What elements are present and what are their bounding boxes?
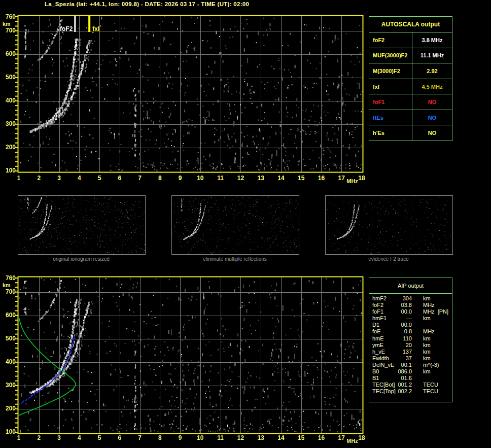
autoscala-row-label: foF2: [369, 32, 412, 48]
aip-row-unit: km: [412, 368, 452, 375]
aip-row: TEC[Bot]001.2TECU: [369, 382, 452, 388]
aip-row: hmE110km: [369, 335, 452, 342]
aip-row-value: ---: [397, 315, 412, 322]
autoscala-screen: La_Spezia (lat: +44.1, lon: 009.8) - DAT…: [0, 0, 491, 448]
page-title: La_Spezia (lat: +44.1, lon: 009.8) - DAT…: [45, 1, 249, 7]
y-tick-label: 500: [2, 74, 16, 81]
x-tick-label: 16: [315, 435, 327, 441]
x-tick-label: 8: [154, 435, 166, 441]
aip-row-value: 37: [397, 355, 412, 362]
x-tick-label: 14: [275, 435, 287, 441]
autoscala-output-panel: AUTOSCALA output foF23.8 MHzMUF(3000)F21…: [369, 16, 452, 141]
thumbnail-eliminate-reflections: [171, 195, 299, 255]
y-axis-unit-label: km: [3, 282, 11, 288]
aip-row-value: 0.8: [397, 328, 412, 335]
autoscala-row-value: 2.92: [412, 63, 452, 79]
thumbnail-caption-eliminate: eliminate multiple reflections: [171, 256, 298, 262]
x-tick-label: 5: [93, 175, 106, 182]
autoscala-row: foF1NO: [369, 94, 452, 110]
aip-row-unit: km: [412, 295, 452, 302]
autoscala-row: MUF(3000)F211.1 MHz: [369, 48, 452, 64]
aip-row-label: foE: [372, 328, 397, 335]
x-tick-label: 11: [215, 435, 227, 441]
x-tick-label: 6: [114, 435, 126, 441]
ionogram-aip-plot: [14, 275, 365, 435]
aip-row-unit: km: [412, 342, 452, 349]
x-tick-label: 1: [13, 435, 25, 441]
x-tick-label: 3: [53, 435, 65, 441]
aip-row-unit: km: [412, 315, 452, 322]
aip-row-unit: [412, 322, 452, 328]
y-tick-label: 200: [2, 144, 16, 151]
aip-row: hmF2304km: [369, 295, 452, 302]
autoscala-row-label: foF1: [369, 94, 412, 110]
autoscala-row-label: h'Es: [369, 125, 412, 141]
aip-row-unit: [412, 375, 452, 382]
aip-row-unit: TECU: [412, 382, 452, 388]
x-tick-label: 12: [234, 175, 247, 182]
autoscala-row: foF23.8 MHz: [369, 32, 452, 48]
x-tick-label: 2: [33, 175, 45, 182]
aip-row-value: 086.0: [397, 368, 412, 375]
y-tick-label: 600: [2, 51, 16, 57]
y-axis-unit-label: km: [3, 21, 11, 27]
aip-row: hmF1---km: [369, 315, 452, 322]
aip-row-value: 304: [397, 295, 412, 302]
aip-row-label: ymE: [372, 342, 397, 349]
aip-row: ymE20km: [369, 342, 452, 349]
x-tick-label: 16: [315, 175, 327, 182]
aip-row-label: B0: [372, 368, 397, 375]
autoscala-row: M(3000)F22.92: [369, 63, 452, 79]
y-tick-label: 760: [2, 14, 16, 20]
aip-row: TEC[Top]002.2TECU: [369, 388, 452, 395]
y-tick-label: 700: [2, 27, 16, 34]
y-tick-label: 200: [2, 405, 16, 412]
aip-row-value: 002.2: [397, 388, 412, 395]
autoscala-row-value: 11.1 MHz: [412, 48, 452, 63]
aip-row-label: hmE: [372, 335, 397, 342]
aip-row-unit: m^(-3): [412, 362, 452, 368]
aip-row: foF203.8MHz: [369, 302, 452, 308]
aip-row: DelN_vE00.1m^(-3): [369, 362, 452, 368]
x-tick-label: 10: [194, 175, 206, 182]
x-tick-label: 17: [335, 175, 347, 182]
x-tick-label: 12: [234, 435, 247, 441]
x-tick-label: 11: [215, 175, 227, 182]
x-tick-label: 9: [174, 175, 186, 182]
y-tick-label: 100: [2, 167, 16, 174]
autoscala-row: h'EsNO: [369, 125, 452, 141]
aip-rows: hmF2304kmfoF203.8MHzfoF100.0MHz [PN]hmF1…: [369, 294, 452, 395]
aip-row: h_vE137km: [369, 349, 452, 355]
autoscala-row-label: M(3000)F2: [369, 63, 412, 79]
y-tick-label: 500: [2, 335, 16, 342]
thumbnail-caption-original: original ionogram resized: [18, 256, 145, 262]
aip-row-label: foF2: [372, 302, 397, 308]
aip-row-value: 20: [397, 342, 412, 349]
aip-output-panel: AIP output hmF2304kmfoF203.8MHzfoF100.0M…: [369, 278, 452, 402]
x-tick-label: 7: [134, 435, 146, 441]
x-tick-label: 17: [335, 435, 347, 441]
autoscala-row-value: NO: [412, 125, 452, 141]
thumbnail-caption-evidence: evidence F2 trace: [325, 256, 452, 262]
aip-row: D100.0: [369, 322, 452, 328]
aip-row-value: 01.6: [397, 375, 412, 382]
aip-row-value: 001.2: [397, 382, 412, 388]
x-tick-label: 2: [33, 435, 45, 441]
aip-row-value: 110: [397, 335, 412, 342]
x-tick-label: 14: [275, 175, 287, 182]
aip-row: Ewidth37km: [369, 355, 452, 362]
autoscala-rows: foF23.8 MHzMUF(3000)F211.1 MHzM(3000)F22…: [369, 32, 452, 141]
x-tick-label: 10: [194, 435, 206, 441]
x-tick-label: 15: [295, 435, 307, 441]
aip-row: foF100.0MHz [PN]: [369, 308, 452, 315]
aip-row-label: h_vE: [372, 349, 397, 355]
aip-row-unit: MHz: [412, 302, 452, 308]
aip-row-label: TEC[Bot]: [372, 382, 397, 388]
aip-row: foE0.8MHz: [369, 328, 452, 335]
autoscala-row-value: NO: [412, 94, 452, 110]
autoscala-row-label: MUF(3000)F2: [369, 48, 412, 63]
autoscala-row: ftEsNO: [369, 110, 452, 126]
y-tick-label: 400: [2, 359, 16, 365]
aip-row-label: hmF1: [372, 315, 397, 322]
x-tick-label: 13: [255, 175, 267, 182]
